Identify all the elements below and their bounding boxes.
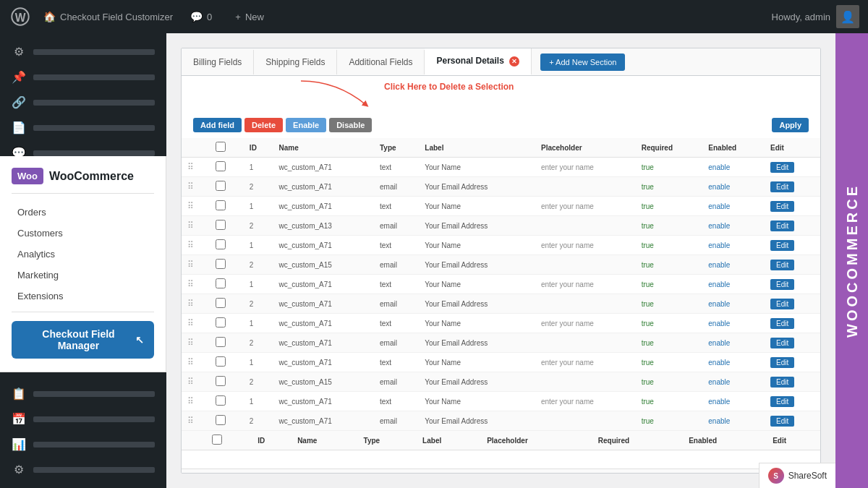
- row-checkbox-cell[interactable]: [210, 314, 244, 333]
- row-checkbox[interactable]: [216, 220, 226, 230]
- row-edit-cell[interactable]: Edit: [765, 353, 820, 372]
- row-checkbox-cell[interactable]: [210, 158, 244, 177]
- edit-button[interactable]: Edit: [770, 299, 794, 309]
- site-name[interactable]: 🏠 Checkout Field Customizer: [43, 11, 173, 22]
- sidebar-item-dashboard[interactable]: ⚙: [0, 39, 166, 64]
- row-checkbox[interactable]: [216, 376, 226, 386]
- edit-button[interactable]: Edit: [770, 338, 794, 348]
- row-checkbox[interactable]: [216, 161, 226, 171]
- drag-handle[interactable]: ⠿: [182, 158, 210, 177]
- drag-handle[interactable]: ⠿: [182, 392, 210, 411]
- edit-button[interactable]: Edit: [770, 318, 794, 329]
- row-edit-cell[interactable]: Edit: [765, 392, 820, 411]
- edit-button[interactable]: Edit: [770, 377, 794, 388]
- row-edit-cell[interactable]: Edit: [765, 294, 820, 314]
- row-checkbox-cell[interactable]: [210, 177, 244, 197]
- row-checkbox[interactable]: [216, 415, 226, 425]
- drag-handle[interactable]: ⠿: [182, 197, 210, 216]
- row-checkbox-cell[interactable]: [210, 294, 244, 314]
- row-checkbox-cell[interactable]: [210, 392, 244, 411]
- row-checkbox-cell[interactable]: [210, 255, 244, 275]
- tab-close-icon[interactable]: ✕: [509, 56, 519, 67]
- row-checkbox[interactable]: [216, 239, 226, 249]
- drag-handle[interactable]: ⠿: [182, 236, 210, 255]
- user-avatar[interactable]: 👤: [836, 5, 859, 28]
- select-all-checkbox[interactable]: [216, 142, 226, 152]
- edit-button[interactable]: Edit: [770, 240, 794, 251]
- new-menu[interactable]: + New: [229, 9, 270, 25]
- wp-logo-icon[interactable]: W: [9, 5, 32, 28]
- row-checkbox[interactable]: [216, 278, 226, 288]
- sidebar-item-calendar[interactable]: 📅: [0, 406, 166, 432]
- row-edit-cell[interactable]: Edit: [765, 177, 820, 197]
- woo-menu-orders[interactable]: Orders: [12, 202, 154, 222]
- sidebar-item-reports[interactable]: 📋: [0, 381, 166, 406]
- woo-menu-customers[interactable]: Customers: [12, 223, 154, 243]
- row-edit-cell[interactable]: Edit: [765, 411, 820, 431]
- sidebar-item-plugins[interactable]: 🔗: [0, 90, 166, 115]
- drag-handle[interactable]: ⠿: [182, 275, 210, 294]
- woo-menu-analytics[interactable]: Analytics: [12, 244, 154, 264]
- edit-button[interactable]: Edit: [770, 201, 794, 212]
- row-edit-cell[interactable]: Edit: [765, 158, 820, 177]
- row-checkbox-cell[interactable]: [210, 333, 244, 353]
- row-checkbox[interactable]: [216, 181, 226, 191]
- row-edit-cell[interactable]: Edit: [765, 236, 820, 255]
- tab-billing[interactable]: Billing Fields: [182, 50, 254, 74]
- sidebar-item-pin[interactable]: 📌: [0, 64, 166, 90]
- tab-personal[interactable]: Personal Details ✕: [425, 48, 532, 75]
- drag-handle[interactable]: ⠿: [182, 255, 210, 275]
- enable-button[interactable]: Enable: [286, 118, 326, 132]
- comments-menu[interactable]: 💬 0: [184, 8, 218, 25]
- row-checkbox-cell[interactable]: [210, 275, 244, 294]
- row-edit-cell[interactable]: Edit: [765, 333, 820, 353]
- drag-handle[interactable]: ⠿: [182, 294, 210, 314]
- row-checkbox[interactable]: [216, 337, 226, 347]
- sidebar-item-settings[interactable]: ⚙: [0, 457, 166, 482]
- row-edit-cell[interactable]: Edit: [765, 255, 820, 275]
- row-checkbox[interactable]: [216, 259, 226, 269]
- drag-handle[interactable]: ⠿: [182, 353, 210, 372]
- select-all-checkbox-bottom[interactable]: [212, 435, 222, 445]
- edit-button[interactable]: Edit: [770, 357, 794, 368]
- row-checkbox[interactable]: [216, 356, 226, 367]
- row-checkbox[interactable]: [216, 317, 226, 328]
- row-edit-cell[interactable]: Edit: [765, 275, 820, 294]
- edit-button[interactable]: Edit: [770, 416, 794, 427]
- woo-menu-extensions[interactable]: Extensions: [12, 286, 154, 306]
- drag-handle[interactable]: ⠿: [182, 411, 210, 431]
- row-checkbox-cell[interactable]: [210, 197, 244, 216]
- row-checkbox[interactable]: [216, 298, 226, 308]
- row-checkbox-cell[interactable]: [210, 372, 244, 392]
- row-edit-cell[interactable]: Edit: [765, 314, 820, 333]
- row-checkbox-cell[interactable]: [210, 353, 244, 372]
- woo-menu-checkout-field[interactable]: Checkout Field Manager ↖: [12, 321, 154, 359]
- delete-button[interactable]: Delete: [244, 118, 283, 132]
- sidebar-item-pages[interactable]: 📄: [0, 115, 166, 140]
- woo-menu-marketing[interactable]: Marketing: [12, 265, 154, 285]
- disable-button[interactable]: Disable: [329, 118, 372, 132]
- row-edit-cell[interactable]: Edit: [765, 197, 820, 216]
- drag-handle[interactable]: ⠿: [182, 372, 210, 392]
- add-section-button[interactable]: + Add New Section: [540, 53, 625, 71]
- edit-button[interactable]: Edit: [770, 260, 794, 270]
- row-checkbox-cell[interactable]: [210, 236, 244, 255]
- edit-button[interactable]: Edit: [770, 162, 794, 173]
- row-checkbox[interactable]: [216, 395, 226, 406]
- edit-button[interactable]: Edit: [770, 221, 794, 231]
- row-edit-cell[interactable]: Edit: [765, 216, 820, 236]
- sidebar-item-analytics[interactable]: 📊: [0, 432, 166, 457]
- drag-handle[interactable]: ⠿: [182, 314, 210, 333]
- tab-shipping[interactable]: Shipping Fields: [254, 50, 337, 74]
- edit-button[interactable]: Edit: [770, 181, 794, 192]
- drag-handle[interactable]: ⠿: [182, 177, 210, 197]
- row-checkbox-cell[interactable]: [210, 411, 244, 431]
- tab-additional[interactable]: Additional Fields: [337, 50, 425, 74]
- drag-handle[interactable]: ⠿: [182, 216, 210, 236]
- add-field-button[interactable]: Add field: [193, 118, 242, 132]
- edit-button[interactable]: Edit: [770, 279, 794, 290]
- row-checkbox[interactable]: [216, 200, 226, 210]
- edit-button[interactable]: Edit: [770, 396, 794, 407]
- row-edit-cell[interactable]: Edit: [765, 372, 820, 392]
- row-checkbox-cell[interactable]: [210, 216, 244, 236]
